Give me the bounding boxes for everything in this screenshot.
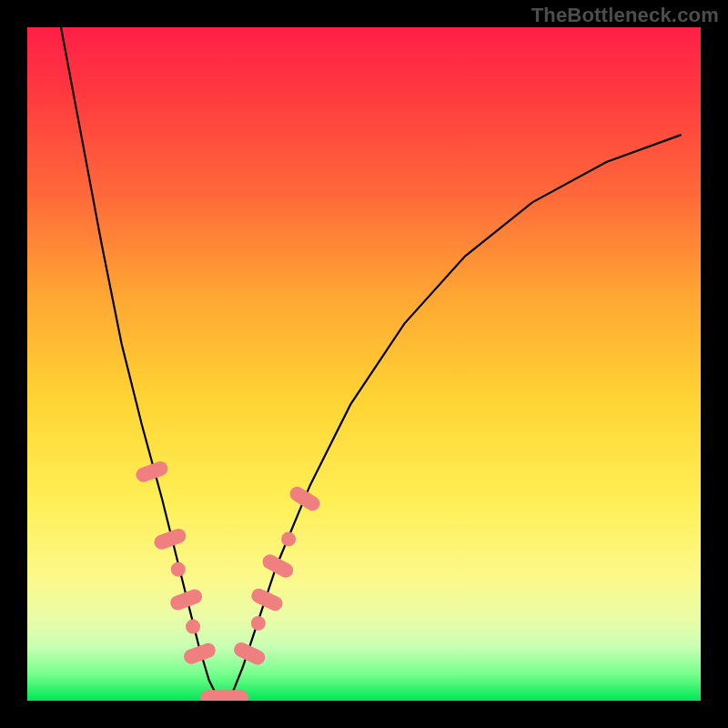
marker-dot xyxy=(171,562,186,577)
marker-bar xyxy=(217,690,248,701)
marker-pill xyxy=(249,586,285,613)
bottleneck-curve xyxy=(61,27,681,701)
marker-dot xyxy=(281,531,296,546)
marker-dot xyxy=(251,616,266,631)
curve-path xyxy=(61,27,681,701)
marker-dot xyxy=(186,620,200,634)
watermark-text: TheBottleneck.com xyxy=(531,4,719,27)
marker-pill xyxy=(260,551,296,580)
chart-svg xyxy=(27,27,701,701)
marker-group xyxy=(134,460,322,701)
marker-pill xyxy=(168,587,204,612)
plot-area xyxy=(27,27,701,701)
marker-pill xyxy=(287,484,322,514)
marker-pill xyxy=(182,642,217,666)
chart-frame: TheBottleneck.com xyxy=(0,0,728,728)
